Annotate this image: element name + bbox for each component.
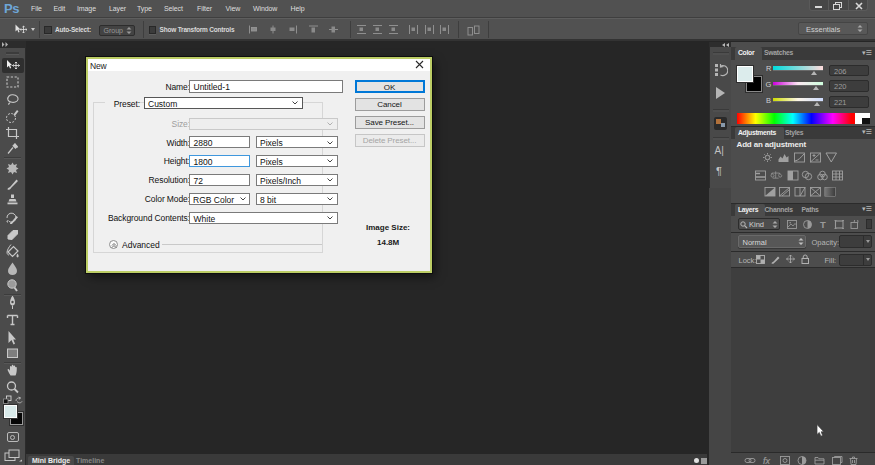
svg-text:T: T <box>820 220 826 230</box>
svg-text:fx: fx <box>763 456 771 465</box>
